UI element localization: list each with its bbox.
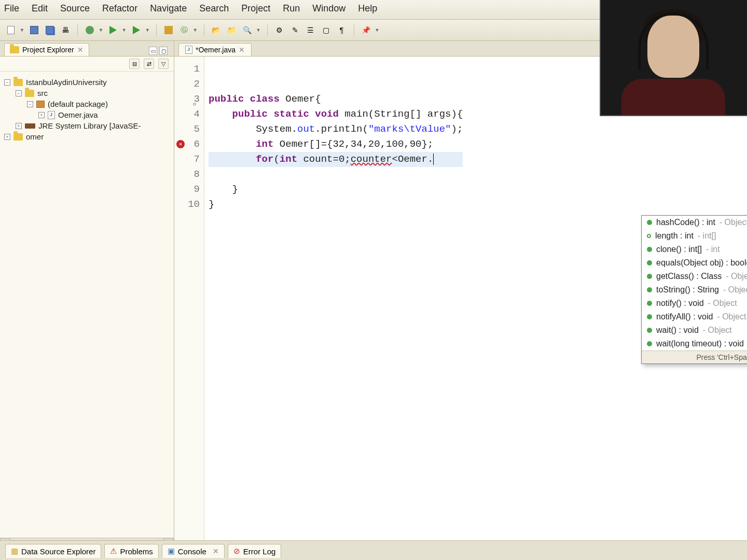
method-icon — [647, 247, 652, 252]
menu-run[interactable]: Run — [283, 3, 300, 14]
autocomplete-item[interactable]: getClass() : Class - Object — [642, 270, 747, 283]
annotation-button[interactable]: ☰ — [305, 24, 316, 36]
dropdown-icon[interactable]: ▼ — [122, 27, 127, 33]
suggestion-signature: wait(long timeout) : void — [656, 339, 744, 348]
show-para-button[interactable]: ¶ — [336, 24, 348, 36]
separator — [77, 24, 78, 36]
db-icon: ▦ — [11, 547, 18, 556]
menu-help[interactable]: Help — [358, 3, 377, 14]
dropdown-icon[interactable]: ▼ — [256, 27, 261, 33]
suggestion-signature: equals(Object obj) : boolean — [656, 258, 747, 268]
close-icon[interactable]: ✕ — [77, 46, 84, 54]
autocomplete-item[interactable]: length : int - int[] — [642, 229, 747, 243]
suggestion-origin: - Object — [723, 285, 747, 295]
new-button[interactable] — [5, 24, 17, 36]
print-button[interactable]: 🖶 — [60, 24, 71, 36]
autocomplete-item[interactable]: wait() : void - Object — [642, 324, 747, 337]
tree-file[interactable]: Oemer.java — [58, 110, 98, 119]
autocomplete-item[interactable]: clone() : int[] - int — [642, 243, 747, 256]
save-all-icon — [46, 26, 54, 34]
menu-edit[interactable]: Edit — [32, 3, 48, 14]
autocomplete-item[interactable]: notify() : void - Object — [642, 297, 747, 310]
suggestion-origin: - Object — [720, 218, 747, 227]
external-tools-button[interactable] — [131, 24, 142, 36]
tab-error-log[interactable]: ⊘Error Log — [228, 544, 282, 558]
search-button[interactable]: 🔍 — [242, 24, 253, 36]
save-button[interactable] — [29, 24, 40, 36]
collapse-all-button[interactable]: ⊟ — [129, 59, 140, 69]
project-explorer-tab[interactable]: Project Explorer ✕ — [4, 43, 89, 56]
tree-library[interactable]: JRE System Library [JavaSE- — [38, 121, 141, 130]
menu-search[interactable]: Search — [199, 3, 229, 14]
autocomplete-item[interactable]: hashCode() : int - Object — [642, 216, 747, 229]
menu-refactor[interactable]: Refactor — [102, 3, 137, 14]
tree-package[interactable]: (default package) — [48, 100, 108, 108]
debug-button[interactable] — [84, 24, 95, 36]
suggestion-signature: wait() : void — [656, 326, 699, 335]
dropdown-icon[interactable]: ▼ — [20, 27, 24, 33]
method-icon — [647, 314, 652, 319]
suggestion-origin: - Object — [726, 272, 747, 281]
method-icon — [647, 328, 652, 333]
folder-icon — [25, 90, 34, 97]
tab-data-source-explorer[interactable]: ▦Data Source Explorer — [5, 544, 101, 558]
save-all-button[interactable] — [44, 24, 56, 36]
menu-file[interactable]: File — [4, 3, 19, 14]
menu-window[interactable]: Window — [312, 3, 345, 14]
folder-icon — [13, 133, 23, 141]
view-menu-button[interactable]: ▽ — [158, 59, 169, 69]
new-class-button[interactable]: Ⓖ — [178, 24, 190, 36]
open-type-button[interactable]: 📂 — [211, 24, 222, 36]
autocomplete-popup[interactable]: hashCode() : int - Objectlength : int - … — [641, 215, 747, 364]
tree-other-project[interactable]: omer — [26, 132, 44, 141]
autocomplete-item[interactable]: equals(Object obj) : boolean - Object — [642, 256, 747, 270]
error-log-icon: ⊘ — [233, 547, 240, 556]
package-icon — [164, 26, 173, 34]
dropdown-icon[interactable]: ▼ — [145, 27, 150, 33]
minimize-icon[interactable]: ▭ — [149, 47, 157, 55]
expand-icon[interactable]: + — [38, 112, 45, 118]
java-file-icon — [185, 46, 192, 54]
editor-tab[interactable]: *Oemer.java ✕ — [178, 43, 252, 56]
suggestion-signature: toString() : String — [656, 285, 719, 295]
close-icon[interactable]: ✕ — [213, 547, 219, 555]
collapse-icon[interactable]: − — [4, 79, 10, 86]
link-editor-button[interactable]: ⇄ — [144, 59, 154, 69]
separator — [156, 24, 157, 36]
menu-project[interactable]: Project — [241, 3, 270, 14]
show-ws-button[interactable]: ▢ — [321, 24, 332, 36]
new-package-button[interactable] — [163, 24, 174, 36]
mark-button[interactable]: ✎ — [289, 24, 301, 36]
collapse-icon[interactable]: − — [27, 101, 33, 107]
menu-navigate[interactable]: Navigate — [150, 3, 187, 14]
tab-console[interactable]: ▣Console✕ — [162, 544, 225, 558]
open-task-button[interactable]: 📁 — [226, 24, 238, 36]
menu-source[interactable]: Source — [60, 3, 90, 14]
collapse-icon[interactable]: − — [16, 90, 22, 96]
pin-button[interactable]: 📌 — [361, 24, 372, 36]
suggestion-origin: - int — [706, 245, 720, 254]
dropdown-icon[interactable]: ▼ — [99, 27, 103, 33]
method-icon — [647, 341, 652, 346]
source-code[interactable]: public class Oemer{ public static void m… — [204, 57, 463, 549]
dropdown-icon[interactable]: ▼ — [375, 27, 380, 33]
expand-icon[interactable]: + — [4, 134, 10, 140]
expand-icon[interactable]: + — [16, 123, 22, 129]
autocomplete-item[interactable]: wait(long timeout) : void - Object — [642, 337, 747, 351]
tree-src[interactable]: src — [37, 89, 48, 97]
tab-problems[interactable]: ⚠Problems — [104, 544, 158, 558]
method-icon — [647, 301, 652, 306]
dropdown-icon[interactable]: ▼ — [193, 27, 198, 33]
tree-project[interactable]: IstanbulAydinUniversity — [26, 78, 107, 87]
console-icon: ▣ — [168, 547, 175, 556]
separator — [354, 24, 354, 36]
close-icon[interactable]: ✕ — [239, 46, 245, 54]
line-number-gutter: 1 2 3⊖ 4 5 ✕6 7 8 9 10 — [174, 57, 204, 549]
error-icon[interactable]: ✕ — [176, 140, 185, 148]
run-button[interactable] — [107, 24, 119, 36]
autocomplete-item[interactable]: notifyAll() : void - Object — [642, 310, 747, 324]
autocomplete-item[interactable]: toString() : String - Object — [642, 283, 747, 297]
project-tree[interactable]: −IstanbulAydinUniversity −src −(default … — [0, 72, 174, 538]
maximize-icon[interactable]: ▢ — [159, 47, 168, 55]
toggle-button[interactable]: ⚙ — [274, 24, 285, 36]
